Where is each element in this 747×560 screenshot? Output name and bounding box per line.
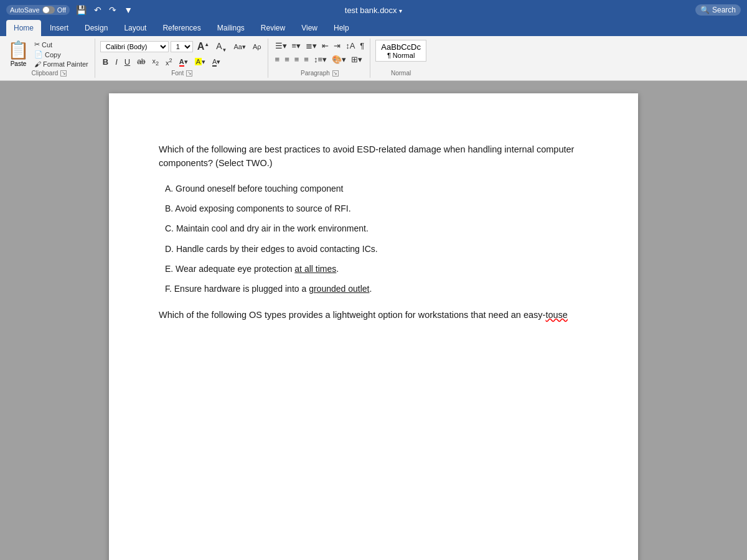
font-row2: B I U ab x2 x2 A▾ A▾ A▾ (100, 56, 264, 68)
font-grow-button[interactable]: A▲ (195, 40, 212, 54)
autosave-off-label: Off (57, 6, 66, 14)
option-e: E. Wear adequate eye protection at all t… (159, 262, 588, 276)
increase-indent-button[interactable]: ⇥ (332, 40, 342, 52)
format-painter-icon: 🖌 (34, 60, 41, 68)
wavy-word: touse (545, 310, 567, 320)
search-box[interactable]: 🔍 Search (695, 4, 741, 16)
clipboard-buttons: ✂ Cut 📄 Copy 🖌 Format Painter (32, 40, 91, 68)
document-page: Which of the following are best practice… (109, 93, 638, 560)
tab-home[interactable]: Home (6, 20, 41, 36)
style-normal[interactable]: AaBbCcDc ¶ Normal (375, 40, 426, 62)
document-area[interactable]: Which of the following are best practice… (0, 81, 747, 560)
underline-text: at all times (294, 264, 336, 274)
tab-references[interactable]: References (155, 20, 208, 36)
redo-icon[interactable]: ↷ (106, 4, 119, 16)
styles-label: Normal (391, 68, 411, 77)
multilevel-button[interactable]: ≣▾ (304, 40, 319, 52)
option-f: F. Ensure hardware is plugged into a gro… (159, 282, 588, 296)
shading-button[interactable]: 🎨▾ (330, 54, 348, 65)
clipboard-expander[interactable]: ↘ (60, 70, 67, 77)
underline-button[interactable]: U (122, 56, 133, 68)
copy-icon: 📄 (34, 50, 43, 58)
bold-button[interactable]: B (100, 56, 111, 68)
question2-text: Which of the following OS types provides… (159, 309, 588, 322)
paragraph-expander[interactable]: ↘ (332, 70, 339, 77)
strikethrough-button[interactable]: ab (134, 56, 148, 67)
font-shrink-button[interactable]: A▼ (214, 40, 229, 54)
autosave-label: AutoSave (10, 6, 40, 14)
subscript-button[interactable]: x2 (150, 56, 162, 68)
highlight-button[interactable]: A▾ (192, 57, 208, 67)
styles-group: AaBbCcDc ¶ Normal Normal (372, 39, 430, 78)
search-icon: 🔍 (700, 6, 710, 14)
autosave-toggle[interactable]: AutoSave Off (6, 5, 70, 15)
ribbon-toolbar: 📋 Paste ✂ Cut 📄 Copy 🖌 Format Painter (0, 36, 747, 81)
title-bar: AutoSave Off 💾 ↶ ↷ ▼ test bank.docx ▾ 🔍 … (0, 0, 747, 20)
italic-button[interactable]: I (113, 56, 120, 68)
tab-design[interactable]: Design (77, 20, 115, 36)
align-left-button[interactable]: ≡ (273, 54, 282, 65)
ribbon-tabs: Home Insert Design Layout References Mai… (0, 20, 747, 36)
cut-icon: ✂ (34, 40, 40, 49)
bullets-button[interactable]: ☰▾ (273, 40, 289, 52)
undo-icon[interactable]: ↶ (92, 4, 104, 16)
styles-panel: AaBbCcDc ¶ Normal (375, 40, 426, 62)
clipboard-content: 📋 Paste ✂ Cut 📄 Copy 🖌 Format Painter (7, 40, 91, 68)
customize-icon[interactable]: ▼ (121, 4, 135, 16)
option-d: D. Handle cards by their edges to avoid … (159, 242, 588, 256)
line-spacing-button[interactable]: ↕≡▾ (312, 54, 329, 65)
save-icon[interactable]: 💾 (73, 4, 89, 16)
font-expander[interactable]: ↘ (186, 70, 192, 77)
font-row1: Calibri (Body) 11 A▲ A▼ Aa▾ Aρ (100, 40, 264, 54)
dropdown-arrow[interactable]: ▾ (399, 7, 402, 14)
paragraph-group: ☰▾ ≡▾ ≣▾ ⇤ ⇥ ↕A ¶ ≡ ≡ ≡ ≡ ↕≡▾ 🎨▾ ⊞▾ Para… (270, 39, 371, 78)
format-painter-button[interactable]: 🖌 Format Painter (32, 60, 91, 68)
tab-help[interactable]: Help (326, 20, 357, 36)
justify-button[interactable]: ≡ (302, 54, 311, 65)
ap-button[interactable]: Aρ (250, 42, 264, 52)
clipboard-group: 📋 Paste ✂ Cut 📄 Copy 🖌 Format Painter (4, 39, 95, 78)
tab-layout[interactable]: Layout (116, 20, 154, 36)
paste-icon[interactable]: 📋 (7, 42, 29, 59)
style-name: ¶ Normal (381, 52, 421, 59)
tab-review[interactable]: Review (253, 20, 293, 36)
question1-text: Which of the following are best practice… (159, 143, 588, 170)
font-controls: Calibri (Body) 11 A▲ A▼ Aa▾ Aρ B I U ab … (100, 40, 264, 68)
style-preview: AaBbCcDc (381, 42, 421, 52)
align-right-button[interactable]: ≡ (293, 54, 301, 65)
align-center-button[interactable]: ≡ (283, 54, 291, 65)
font-color-pen[interactable]: A▾ (210, 57, 223, 67)
tab-insert[interactable]: Insert (42, 20, 76, 36)
paragraph-label: Paragraph ↘ (301, 68, 339, 77)
aa-button[interactable]: Aa▾ (232, 42, 248, 52)
font-name-select[interactable]: Calibri (Body) (100, 41, 169, 52)
filename: test bank.docx (345, 6, 397, 15)
font-size-select[interactable]: 11 (171, 41, 193, 52)
paragraph-controls: ☰▾ ≡▾ ≣▾ ⇤ ⇥ ↕A ¶ ≡ ≡ ≡ ≡ ↕≡▾ 🎨▾ ⊞▾ (273, 40, 367, 65)
borders-button[interactable]: ⊞▾ (349, 54, 364, 65)
para-row1: ☰▾ ≡▾ ≣▾ ⇤ ⇥ ↕A ¶ (273, 40, 367, 52)
font-group: Calibri (Body) 11 A▲ A▼ Aa▾ Aρ B I U ab … (96, 39, 268, 78)
pilcrow-button[interactable]: ¶ (358, 40, 366, 52)
copy-button[interactable]: 📄 Copy (32, 50, 91, 59)
cut-label: Cut (42, 41, 52, 49)
option-a: A. Ground oneself before touching compon… (159, 182, 588, 195)
font-color-button[interactable]: A▾ (177, 57, 190, 67)
option-b: B. Avoid exposing components to source o… (159, 202, 588, 215)
format-painter-label: Format Painter (43, 60, 88, 68)
cut-button[interactable]: ✂ Cut (32, 40, 91, 49)
autosave-toggle-switch[interactable] (42, 6, 55, 14)
decrease-indent-button[interactable]: ⇤ (320, 40, 331, 52)
numbering-button[interactable]: ≡▾ (290, 40, 303, 52)
title-bar-right: 🔍 Search (499, 4, 741, 16)
document-title: test bank.docx ▾ (253, 6, 494, 15)
clipboard-label: Clipboard ↘ (31, 68, 67, 77)
para-row2: ≡ ≡ ≡ ≡ ↕≡▾ 🎨▾ ⊞▾ (273, 54, 367, 65)
tab-view[interactable]: View (294, 20, 325, 36)
search-label[interactable]: Search (712, 6, 736, 14)
superscript-button[interactable]: x2 (163, 56, 175, 68)
tab-mailings[interactable]: Mailings (210, 20, 252, 36)
copy-label: Copy (45, 51, 61, 58)
paste-label[interactable]: Paste (11, 60, 27, 67)
sort-button[interactable]: ↕A (344, 40, 357, 52)
